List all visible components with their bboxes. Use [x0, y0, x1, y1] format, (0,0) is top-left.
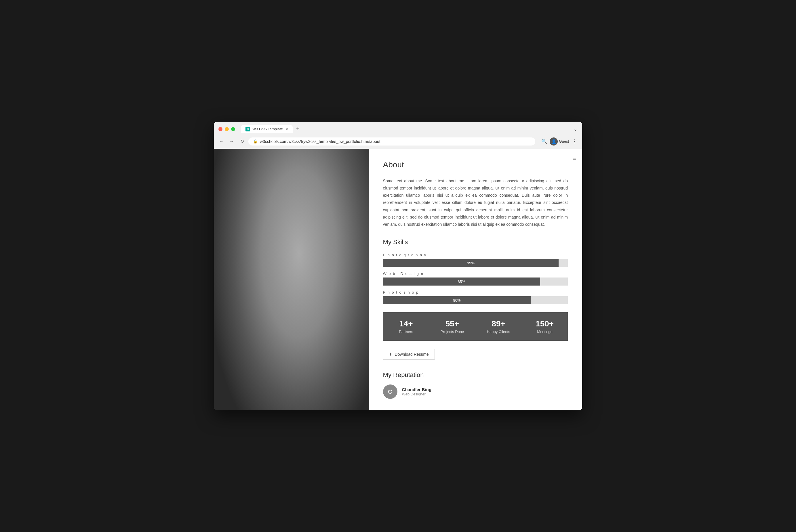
download-resume-button[interactable]: ⬇ Download Resume — [383, 349, 435, 360]
portrait-panel — [214, 149, 369, 410]
reload-button[interactable]: ↻ — [238, 137, 246, 146]
reviewer-avatar: C — [383, 384, 397, 399]
skill-photography: P h o t o g r a p h y 95% — [383, 253, 568, 267]
skill-webdesign: W e b D e s i g n 85% — [383, 271, 568, 286]
reviewer-role: Web Designer — [402, 392, 432, 396]
skill-photoshop: P h o t o s h o p 80% — [383, 290, 568, 304]
stat-projects: 55+ Projects Done — [429, 312, 476, 341]
address-bar-row: ← → ↻ 🔒 w3schools.com/w3css/tryw3css_tem… — [214, 135, 582, 149]
right-panel: ≡ About Some text about me. Some text ab… — [369, 149, 582, 410]
new-tab-button[interactable]: + — [294, 126, 302, 132]
browser-titlebar: w W3.CSS Template × + ⌄ — [214, 122, 582, 135]
hamburger-menu-button[interactable]: ≡ — [573, 154, 576, 162]
page-content: ≡ About Some text about me. Some text ab… — [214, 149, 582, 410]
stat-meetings-number: 150+ — [526, 319, 563, 328]
maximize-window-button[interactable] — [231, 127, 235, 131]
close-window-button[interactable] — [218, 127, 222, 131]
tab-close-button[interactable]: × — [286, 127, 288, 131]
url-text: w3schools.com/w3css/tryw3css_templates_b… — [260, 139, 381, 144]
browser-actions: 🔍 👤 Guest ⋮ — [540, 137, 579, 146]
stat-projects-label: Projects Done — [434, 329, 471, 334]
tab-favicon: w — [245, 127, 250, 131]
skill-webdesign-label: W e b D e s i g n — [383, 271, 568, 276]
skill-photography-bar-fill: 95% — [383, 259, 559, 267]
about-title: About — [383, 160, 568, 169]
stat-clients-number: 89+ — [480, 319, 517, 328]
reviewer-info: Chandler Bing Web Designer — [402, 387, 432, 396]
tab-bar: w W3.CSS Template × + — [241, 125, 302, 133]
skill-photography-bar-bg: 95% — [383, 259, 568, 267]
forward-button[interactable]: → — [228, 137, 236, 146]
download-resume-label: Download Resume — [395, 352, 429, 357]
skill-webdesign-bar-fill: 85% — [383, 278, 540, 286]
tab-label: W3.CSS Template — [253, 127, 283, 131]
download-icon: ⬇ — [389, 352, 392, 357]
tab-overflow-button[interactable]: ⌄ — [573, 126, 578, 132]
reviewer-name: Chandler Bing — [402, 387, 432, 392]
more-options-button[interactable]: ⋮ — [570, 137, 579, 146]
stat-meetings: 150+ Meetings — [521, 312, 568, 341]
stat-partners-number: 14+ — [388, 319, 425, 328]
stat-clients: 89+ Happy Clients — [476, 312, 522, 341]
skill-photoshop-bar-bg: 80% — [383, 296, 568, 304]
address-bar[interactable]: 🔒 w3schools.com/w3css/tryw3css_templates… — [248, 137, 535, 146]
about-body-text: Some text about me. Some text about me. … — [383, 177, 568, 228]
minimize-window-button[interactable] — [225, 127, 229, 131]
skill-webdesign-bar-bg: 85% — [383, 278, 568, 286]
browser-chrome: w W3.CSS Template × + ⌄ ← → ↻ 🔒 w3school… — [214, 122, 582, 149]
reputation-title: My Reputation — [383, 371, 568, 379]
portrait-image — [214, 149, 369, 410]
stats-row: 14+ Partners 55+ Projects Done 89+ Happy… — [383, 312, 568, 341]
traffic-lights — [218, 127, 235, 131]
stat-clients-label: Happy Clients — [480, 329, 517, 334]
active-tab[interactable]: w W3.CSS Template × — [241, 125, 293, 133]
guest-label: Guest — [559, 139, 569, 144]
browser-window: w W3.CSS Template × + ⌄ ← → ↻ 🔒 w3school… — [214, 122, 582, 410]
skill-photoshop-bar-fill: 80% — [383, 296, 531, 304]
user-avatar[interactable]: 👤 — [550, 137, 558, 146]
stat-partners-label: Partners — [388, 329, 425, 334]
search-button[interactable]: 🔍 — [540, 137, 549, 146]
reputation-row: C Chandler Bing Web Designer — [383, 384, 568, 399]
back-button[interactable]: ← — [217, 137, 225, 146]
skill-photoshop-label: P h o t o s h o p — [383, 290, 568, 294]
lock-icon: 🔒 — [253, 139, 258, 144]
skills-title: My Skills — [383, 239, 568, 246]
skill-photography-label: P h o t o g r a p h y — [383, 253, 568, 257]
stat-meetings-label: Meetings — [526, 329, 563, 334]
stat-projects-number: 55+ — [434, 319, 471, 328]
stat-partners: 14+ Partners — [383, 312, 429, 341]
